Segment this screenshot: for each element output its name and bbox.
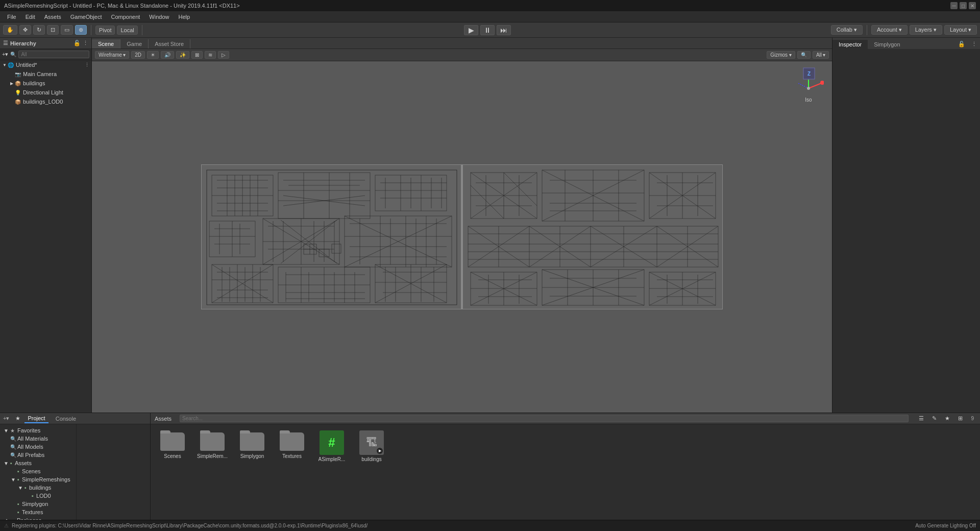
tree-all-prefabs[interactable]: 🔍 All Prefabs	[1, 451, 75, 459]
hierarchy-item-more[interactable]: ⋮	[85, 62, 89, 67]
view-mode-label: Wireframe	[99, 52, 122, 58]
asset-asimpler[interactable]: # ASimpleR...	[314, 428, 350, 464]
tree-simpleremeshings[interactable]: ▼ ▪ SimpleRemeshings	[1, 475, 75, 484]
tab-project[interactable]: Project	[24, 414, 48, 423]
2d-toggle[interactable]: 2D	[131, 51, 145, 59]
menu-file[interactable]: File	[3, 13, 20, 21]
fog-toggle[interactable]: ≋	[205, 51, 216, 59]
layers-button[interactable]: Layers ▾	[910, 25, 942, 35]
project-add-button[interactable]: +▾	[3, 415, 9, 422]
hierarchy-item-buildings-lod0[interactable]: 📦 buildings_LOD0	[0, 97, 91, 106]
tab-scene[interactable]: Scene	[92, 39, 120, 49]
menu-gameobject[interactable]: GameObject	[66, 13, 106, 21]
hierarchy-more-icon[interactable]: ⋮	[83, 40, 88, 46]
skybox-toggle[interactable]: ⊠	[191, 51, 203, 59]
hierarchy-lock-icon[interactable]: 🔓	[74, 40, 81, 46]
asset-simpleremshing[interactable]: SimpleRem...	[194, 428, 230, 464]
asset-simplygon[interactable]: Simplygon	[234, 428, 270, 464]
tree-buildings[interactable]: ▼ ▪ buildings	[1, 484, 75, 492]
tree-assets-header[interactable]: ▼ ▪ Assets	[1, 459, 75, 467]
view-mode-dropdown[interactable]: Wireframe ▾	[95, 51, 129, 59]
assets-filter-icon[interactable]: ⊞	[956, 415, 965, 422]
tree-textures[interactable]: ▪ Textures	[1, 508, 75, 516]
assets-edit-icon[interactable]: ✎	[930, 415, 939, 422]
tree-lod0[interactable]: ▪ LOD0	[1, 492, 75, 500]
close-button[interactable]: ✕	[969, 2, 976, 9]
play-button[interactable]: ▶	[464, 25, 478, 35]
wireframe-view-left[interactable]	[201, 164, 461, 309]
tree-all-models[interactable]: 🔍 All Models	[1, 443, 75, 451]
audio-toggle[interactable]: 🔊	[161, 51, 174, 59]
tree-scenes[interactable]: ▪ Scenes	[1, 467, 75, 475]
scale-tool-button[interactable]: ⊡	[47, 25, 59, 35]
all-materials-label: All Materials	[17, 436, 48, 442]
assets-list-view-icon[interactable]: ☰	[917, 415, 926, 422]
hierarchy-item-untitled[interactable]: ▼ 🌐 Untitled* ⋮	[0, 60, 91, 69]
all-dropdown[interactable]: All ▾	[813, 51, 829, 59]
transform-tool-button[interactable]: ⊕	[75, 25, 87, 35]
tab-inspector[interactable]: Inspector	[832, 40, 868, 49]
project-star-icon[interactable]: ★	[15, 415, 20, 422]
expand-icon: ▼	[2, 63, 7, 67]
pause-button[interactable]: ⏸	[480, 25, 495, 35]
svg-line-192	[798, 83, 808, 88]
menu-component[interactable]: Component	[107, 13, 144, 21]
hierarchy-menu-icon[interactable]: ☰	[3, 40, 8, 46]
hierarchy-search-input[interactable]	[18, 51, 89, 58]
local-button[interactable]: Local	[117, 26, 137, 35]
menu-help[interactable]: Help	[174, 13, 194, 21]
tab-simplygon[interactable]: Simplygon	[868, 40, 906, 49]
gizmos-button[interactable]: Gizmos ▾	[767, 51, 795, 59]
tab-asset-store[interactable]: Asset Store	[149, 39, 190, 49]
layout-button[interactable]: Layout ▾	[944, 25, 977, 35]
inspector-more-icon[interactable]: ⋮	[968, 39, 980, 49]
packages-label: Packages	[17, 517, 41, 520]
hierarchy-item-main-camera[interactable]: 📷 Main Camera	[0, 69, 91, 79]
hierarchy-item-directional-light[interactable]: 💡 Directional Light	[0, 88, 91, 97]
pivot-button[interactable]: Pivot	[95, 26, 115, 35]
menu-window[interactable]: Window	[145, 13, 173, 21]
assets-search-input[interactable]	[180, 415, 909, 422]
all-prefabs-label: All Prefabs	[17, 452, 44, 458]
lighting-toggle[interactable]: ☀	[147, 51, 159, 59]
assets-star-icon[interactable]: ★	[943, 415, 952, 422]
rotate-tool-button[interactable]: ↻	[33, 25, 45, 35]
tree-simplygon[interactable]: ▪ Simplygon	[1, 500, 75, 508]
menu-assets[interactable]: Assets	[40, 13, 65, 21]
assets-expand-icon: ▼	[3, 461, 9, 466]
assets-panel: Assets ☰ ✎ ★ ⊞ 9 Scenes	[151, 413, 980, 520]
hierarchy-item-buildings[interactable]: ▶ 📦 buildings	[0, 79, 91, 88]
inspector-lock-icon[interactable]: 🔓	[955, 39, 968, 49]
collab-button[interactable]: Collab ▾	[831, 25, 863, 35]
minimize-button[interactable]: ─	[950, 2, 958, 9]
scene-viewport[interactable]: Z Iso	[92, 61, 832, 413]
asset-buildings-model[interactable]: 🏗 ▶ buildings	[354, 428, 389, 464]
asset-asimpler-label: ASimpleR...	[318, 456, 346, 462]
simplerem-folder-icon: ▪	[17, 476, 19, 482]
maximize-button[interactable]: □	[960, 2, 967, 9]
tab-game[interactable]: Game	[120, 39, 149, 49]
axis-gizmo[interactable]: Z Iso	[793, 65, 824, 106]
search-toggle[interactable]: 🔍	[797, 51, 811, 59]
anim-toggle[interactable]: ▷	[218, 51, 229, 59]
asset-scenes[interactable]: Scenes	[155, 428, 190, 464]
tab-console[interactable]: Console	[53, 415, 79, 423]
wireframe-view-right[interactable]	[462, 164, 723, 309]
folder-icon-simplerem	[200, 430, 225, 452]
rect-tool-button[interactable]: ▭	[61, 25, 73, 35]
account-button[interactable]: Account ▾	[871, 25, 908, 35]
step-button[interactable]: ⏭	[497, 25, 511, 35]
hierarchy-item-label: Untitled*	[16, 62, 37, 68]
move-tool-button[interactable]: ✥	[19, 25, 31, 35]
project-tree: ▼ ★ Favorites 🔍 All Materials 🔍 All Mode…	[0, 424, 77, 520]
tree-favorites-header[interactable]: ▼ ★ Favorites	[1, 426, 75, 435]
hand-tool-button[interactable]: ✋	[3, 25, 17, 35]
hierarchy-panel: ☰ Hierarchy 🔓 ⋮ +▾ 🔍 ▼ 🌐 Untitled* ⋮ 📷	[0, 38, 92, 413]
tree-all-materials[interactable]: 🔍 All Materials	[1, 435, 75, 443]
tree-packages[interactable]: ▶ ▪ Packages	[1, 516, 75, 520]
hierarchy-add-icon[interactable]: +▾	[2, 51, 8, 58]
fx-toggle[interactable]: ✨	[176, 51, 189, 59]
asset-textures[interactable]: Textures	[274, 428, 310, 464]
menu-edit[interactable]: Edit	[21, 13, 39, 21]
hierarchy-search-bar: +▾ 🔍	[0, 49, 91, 60]
